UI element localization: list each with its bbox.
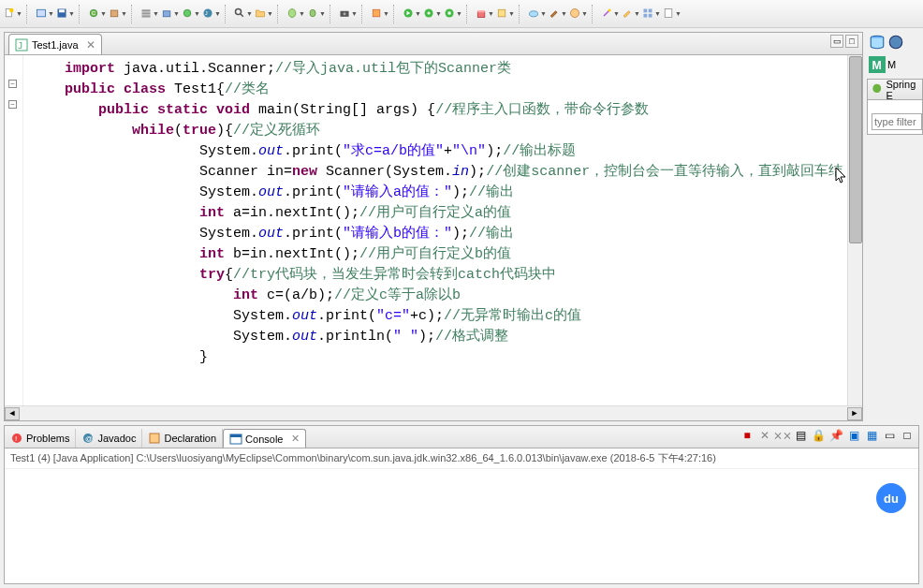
scroll-lock-icon[interactable]: 🔒 bbox=[811, 428, 826, 443]
svg-point-24 bbox=[428, 12, 431, 15]
toolbar-separator bbox=[519, 5, 524, 23]
spring-explorer-tab[interactable]: Spring E bbox=[868, 80, 922, 100]
console-icon bbox=[229, 433, 242, 446]
svg-point-18 bbox=[310, 10, 315, 18]
javadoc-icon: @ bbox=[81, 432, 95, 445]
svg-text:!: ! bbox=[15, 434, 17, 443]
toolbar-separator bbox=[225, 5, 230, 23]
tab-declaration[interactable]: Declaration bbox=[142, 429, 223, 448]
wand-icon[interactable]: ▼ bbox=[601, 5, 620, 23]
svg-rect-8 bbox=[142, 10, 151, 12]
run-icon[interactable]: ▼ bbox=[403, 5, 421, 23]
main-area: J Test1.java ✕ ▭ □ − − import java.util.… bbox=[0, 28, 923, 421]
close-icon[interactable]: ✕ bbox=[291, 433, 300, 445]
remove-all-icon[interactable]: ⨯⨯ bbox=[775, 428, 790, 443]
remove-launch-icon[interactable]: ✕ bbox=[757, 428, 772, 443]
new-package-icon[interactable]: ▼ bbox=[109, 5, 127, 23]
svg-rect-26 bbox=[448, 12, 451, 15]
spring-explorer-panel: Spring E bbox=[867, 79, 923, 135]
task-icon[interactable]: ▼ bbox=[496, 5, 515, 23]
paint-icon[interactable]: ▼ bbox=[371, 5, 389, 23]
tab-problems[interactable]: !Problems bbox=[5, 429, 76, 448]
external-icon[interactable]: ▼ bbox=[444, 5, 462, 23]
stop-icon[interactable]: ■ bbox=[740, 428, 755, 443]
editor-pane: J Test1.java ✕ ▭ □ − − import java.util.… bbox=[4, 32, 863, 421]
gutter[interactable]: − − bbox=[5, 55, 23, 405]
tab-javadoc[interactable]: @Javadoc bbox=[76, 429, 142, 448]
console-body[interactable] bbox=[5, 469, 918, 583]
open-console-icon[interactable]: ▦ bbox=[864, 428, 879, 443]
new-icon[interactable]: ▼ bbox=[4, 5, 22, 23]
svg-rect-37 bbox=[649, 14, 652, 18]
tab-label: Javadoc bbox=[97, 433, 136, 444]
brush-icon[interactable]: ▼ bbox=[549, 5, 567, 23]
code-text[interactable]: import java.util.Scanner;//导入java.util包下… bbox=[23, 55, 847, 405]
m-icon[interactable]: M bbox=[869, 56, 886, 73]
grid-icon[interactable]: ▼ bbox=[642, 5, 661, 23]
myeclipse-icon[interactable] bbox=[887, 34, 904, 51]
scroll-right-icon[interactable]: ► bbox=[847, 407, 862, 420]
svg-text:M: M bbox=[872, 59, 881, 72]
jsp-icon[interactable]: J▼ bbox=[202, 5, 221, 23]
console-info: Test1 (4) [Java Application] C:\Users\lu… bbox=[5, 448, 918, 469]
horizontal-scrollbar[interactable]: ◄ ► bbox=[5, 405, 862, 420]
filter-input[interactable] bbox=[872, 113, 922, 130]
tab-test1-java[interactable]: J Test1.java ✕ bbox=[8, 34, 102, 54]
toolbar-separator bbox=[26, 5, 32, 23]
new-class-icon[interactable]: C▼ bbox=[88, 5, 107, 23]
debug-icon[interactable]: ▼ bbox=[423, 5, 442, 23]
problems-icon: ! bbox=[10, 432, 23, 445]
code-area[interactable]: − − import java.util.Scanner;//导入java.ut… bbox=[5, 55, 862, 405]
svg-point-33 bbox=[608, 9, 611, 12]
new-bean-icon[interactable]: ▼ bbox=[286, 5, 305, 23]
scroll-thumb[interactable] bbox=[849, 56, 862, 243]
deploy-icon[interactable]: ▼ bbox=[161, 5, 180, 23]
vertical-scrollbar[interactable] bbox=[847, 55, 862, 405]
doc-icon[interactable]: ▼ bbox=[663, 5, 681, 23]
tab-console[interactable]: Console✕ bbox=[223, 429, 306, 448]
close-icon[interactable]: ✕ bbox=[86, 38, 95, 51]
maximize-view-icon[interactable]: □ bbox=[900, 428, 915, 443]
gift-icon[interactable]: ▼ bbox=[476, 5, 494, 23]
open-type-icon[interactable]: ▼ bbox=[36, 5, 54, 23]
tab-label: Test1.java bbox=[32, 39, 79, 51]
svg-rect-51 bbox=[230, 434, 242, 437]
baidu-button[interactable]: du bbox=[876, 483, 906, 513]
db-icon[interactable] bbox=[869, 34, 886, 51]
bottom-tab-bar: !Problems@JavadocDeclarationConsole✕ ■ ✕… bbox=[5, 426, 918, 448]
svg-rect-7 bbox=[110, 10, 118, 17]
servers-icon[interactable]: ▼ bbox=[140, 5, 159, 23]
bottom-pane: !Problems@JavadocDeclarationConsole✕ ■ ✕… bbox=[4, 425, 919, 584]
declaration-icon bbox=[148, 432, 161, 445]
perspective-icons bbox=[867, 32, 923, 52]
camera-icon[interactable]: ▼ bbox=[339, 5, 358, 23]
minimize-icon[interactable]: ▭ bbox=[830, 35, 843, 48]
scroll-left-icon[interactable]: ◄ bbox=[5, 407, 20, 420]
spring-label: Spring E bbox=[886, 79, 918, 101]
folder-icon[interactable]: ▼ bbox=[255, 5, 273, 23]
fold-marker[interactable]: − bbox=[8, 100, 17, 109]
svg-rect-29 bbox=[498, 10, 505, 18]
svg-point-42 bbox=[889, 36, 902, 49]
cloud-icon[interactable]: ▼ bbox=[528, 5, 547, 23]
fold-marker[interactable]: − bbox=[8, 80, 17, 88]
search-icon[interactable]: ▼ bbox=[234, 5, 253, 23]
tab-label: Problems bbox=[26, 433, 69, 444]
maximize-icon[interactable]: □ bbox=[845, 35, 858, 48]
svg-text:@: @ bbox=[85, 434, 93, 443]
svg-text:J: J bbox=[18, 41, 22, 51]
publish-icon[interactable]: ▼ bbox=[182, 5, 200, 23]
scroll-track[interactable] bbox=[20, 407, 847, 420]
save-icon[interactable]: ▼ bbox=[56, 5, 75, 23]
toolbar-separator bbox=[131, 5, 137, 23]
svg-rect-28 bbox=[477, 10, 485, 12]
display-selected-icon[interactable]: ▣ bbox=[846, 428, 861, 443]
minimize-view-icon[interactable]: ▭ bbox=[882, 428, 897, 443]
clear-console-icon[interactable]: ▤ bbox=[793, 428, 808, 443]
tab-label: Declaration bbox=[164, 433, 216, 444]
pencil-icon[interactable]: ▼ bbox=[622, 5, 640, 23]
toolbar-separator bbox=[330, 5, 335, 23]
pin-console-icon[interactable]: 📌 bbox=[828, 428, 843, 443]
palette-icon[interactable]: ▼ bbox=[569, 5, 588, 23]
bean-icon[interactable]: ▼ bbox=[307, 5, 326, 23]
